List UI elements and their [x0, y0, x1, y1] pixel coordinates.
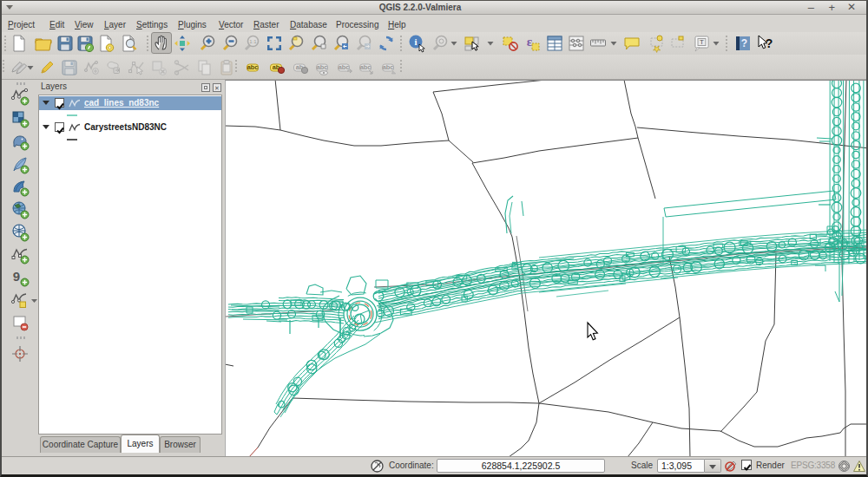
svg-text:abc: abc [317, 63, 328, 71]
svg-text:abc: abc [383, 63, 394, 71]
svg-text:?: ? [766, 36, 773, 50]
svg-text:abc: abc [247, 63, 259, 71]
svg-text:abc: abc [339, 63, 350, 71]
svg-text:?: ? [741, 37, 747, 49]
svg-text:ε: ε [527, 35, 533, 49]
svg-text:9: 9 [13, 269, 20, 284]
svg-text:i: i [414, 36, 417, 47]
svg-text:1:1: 1:1 [249, 39, 257, 44]
svg-text:T: T [700, 38, 704, 46]
